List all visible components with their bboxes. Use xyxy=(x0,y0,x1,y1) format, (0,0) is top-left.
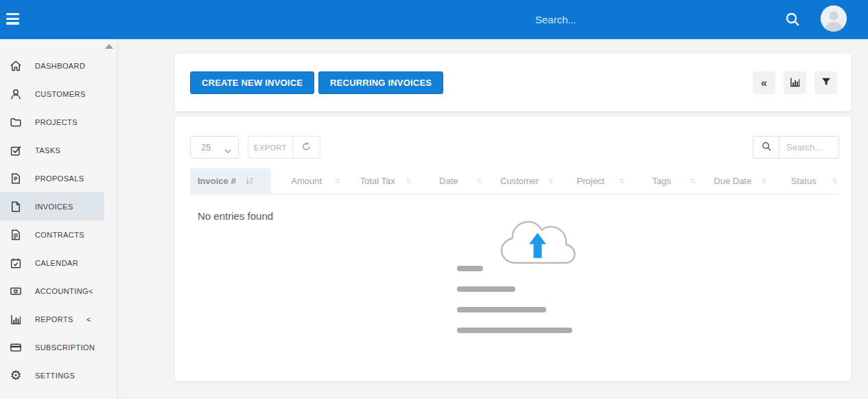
column-header-date[interactable]: Date⇅ xyxy=(413,168,484,194)
invoices-page: DASHBOARD CUSTOMERS PROJECTS TASKS P PRO… xyxy=(0,0,868,399)
column-header-due-date[interactable]: Due Date⇅ xyxy=(697,168,769,194)
calendar-icon xyxy=(10,257,22,269)
chevron-down-icon xyxy=(224,146,231,156)
column-label: Status xyxy=(791,176,817,186)
sidebar-item-projects[interactable]: PROJECTS xyxy=(0,108,104,136)
refresh-icon xyxy=(301,141,312,154)
column-header-amount[interactable]: Amount⇅ xyxy=(271,168,342,194)
sidebar-item-label: SUBSCRIPTION xyxy=(35,343,95,352)
home-icon xyxy=(10,60,22,72)
refresh-button[interactable] xyxy=(292,137,320,158)
column-label: Due Date xyxy=(714,176,751,186)
sort-icon: ⇅ xyxy=(619,177,624,185)
sort-icon: ⇅ xyxy=(690,177,696,185)
bar-chart-icon xyxy=(789,76,801,90)
sidebar-item-label: REPORTS xyxy=(35,315,73,323)
invoice-actions-card: CREATE NEW INVOICE RECURRING INVOICES « xyxy=(175,54,851,111)
sidebar-item-label: DASHBOARD xyxy=(35,62,85,70)
sidebar-item-contracts[interactable]: CONTRACTS xyxy=(0,220,104,249)
sidebar-item-settings[interactable]: ⚙ SETTINGS xyxy=(0,361,104,389)
filter-funnel-icon xyxy=(821,76,832,89)
submenu-chevron-icon: < xyxy=(89,287,93,295)
sidebar-item-reports[interactable]: REPORTS< xyxy=(0,305,104,333)
empty-state-illustration xyxy=(457,215,635,339)
sidebar-item-label: CUSTOMERS xyxy=(35,90,86,98)
sidebar-item-label: PROJECTS xyxy=(35,118,78,126)
sidebar-item-proposals[interactable]: P PROPOSALS xyxy=(0,164,104,192)
bar-chart-icon xyxy=(10,313,22,326)
skeleton-line xyxy=(457,266,483,271)
sidebar-item-label: PROPOSALS xyxy=(35,174,84,183)
sidebar-item-label: CALENDAR xyxy=(35,259,78,267)
sidebar-item-label: SETTINGS xyxy=(35,372,75,380)
column-label: Invoice # xyxy=(198,176,236,186)
sidebar-item-label: INVOICES xyxy=(35,203,73,211)
sidebar-item-dashboard[interactable]: DASHBOARD xyxy=(0,52,104,80)
sort-icon: ⇅ xyxy=(477,177,482,185)
column-label: Amount xyxy=(291,176,322,186)
export-button[interactable]: EXPORT xyxy=(248,137,292,158)
column-label: Tags xyxy=(653,176,671,186)
task-check-icon xyxy=(10,144,22,157)
global-search-input[interactable] xyxy=(535,10,762,29)
contract-file-icon xyxy=(10,229,22,241)
banknote-icon xyxy=(10,285,22,297)
sidebar-item-subscription[interactable]: SUBSCRIPTION xyxy=(0,333,104,361)
create-new-invoice-button[interactable]: CREATE NEW INVOICE xyxy=(190,71,314,94)
empty-table-message: No entries found xyxy=(198,210,273,222)
table-search-group xyxy=(753,136,839,159)
sidebar-item-label: TASKS xyxy=(35,146,60,155)
sidebar-item-label: CONTRACTS xyxy=(35,231,84,239)
column-header-customer[interactable]: Customer⇅ xyxy=(484,168,556,194)
page-size-value: 25 xyxy=(201,142,211,152)
sidebar-scroll-up-arrow[interactable] xyxy=(105,44,113,49)
sidebar-item-invoices[interactable]: INVOICES xyxy=(0,192,104,220)
sidebar-item-tasks[interactable]: TASKS xyxy=(0,136,104,164)
sidebar-item-label: ACCOUNTING xyxy=(35,287,89,295)
column-label: Total Tax xyxy=(360,176,395,186)
column-header-invoice[interactable]: Invoice # xyxy=(190,168,271,194)
user-icon xyxy=(10,88,22,100)
user-avatar[interactable] xyxy=(821,5,847,32)
search-icon xyxy=(784,19,801,30)
svg-text:P: P xyxy=(14,176,18,182)
invoice-file-icon xyxy=(10,201,22,213)
sort-icon: ⇅ xyxy=(761,177,766,185)
column-header-total-tax[interactable]: Total Tax⇅ xyxy=(342,168,414,194)
column-header-tags[interactable]: Tags⇅ xyxy=(626,168,698,194)
cloud-upload-icon xyxy=(495,215,580,270)
gear-icon: ⚙ xyxy=(10,369,22,382)
skeleton-line xyxy=(457,328,572,333)
invoices-table-card: 25 EXPORT xyxy=(175,117,851,381)
column-header-project[interactable]: Project⇅ xyxy=(555,168,626,194)
collapse-panel-button[interactable]: « xyxy=(753,71,775,94)
global-search-button[interactable] xyxy=(782,10,803,30)
credit-card-icon xyxy=(10,341,22,354)
sidebar-item-accounting[interactable]: ACCOUNTING< xyxy=(0,277,104,305)
page-size-select[interactable]: 25 xyxy=(190,136,239,159)
export-group: EXPORT xyxy=(248,136,320,159)
menu-toggle-icon[interactable] xyxy=(6,13,19,26)
sidebar-item-customers[interactable]: CUSTOMERS xyxy=(0,80,104,108)
double-chevron-left-icon: « xyxy=(761,78,767,89)
table-search-input[interactable] xyxy=(779,136,839,159)
invoices-report-button[interactable] xyxy=(784,71,806,94)
folder-icon xyxy=(10,116,22,128)
recurring-invoices-button[interactable]: RECURRING INVOICES xyxy=(318,71,443,94)
skeleton-line xyxy=(457,307,546,312)
sidebar-item-calendar[interactable]: CALENDAR xyxy=(0,249,104,277)
table-search-button[interactable] xyxy=(753,136,779,159)
sort-icon: ⇅ xyxy=(548,177,554,185)
sidebar: DASHBOARD CUSTOMERS PROJECTS TASKS P PRO… xyxy=(0,39,117,399)
filter-button[interactable] xyxy=(814,71,837,94)
column-label: Date xyxy=(439,176,458,186)
sort-icon: ⇅ xyxy=(406,177,412,185)
column-header-status[interactable]: Status⇅ xyxy=(769,168,840,194)
person-silhouette-icon xyxy=(821,22,847,32)
column-label: Project xyxy=(577,176,605,186)
sort-amount-icon xyxy=(245,176,254,185)
table-header-row: Invoice # Amount⇅ Total Tax⇅ Date⇅ Custo… xyxy=(190,168,839,194)
skeleton-line xyxy=(457,286,515,292)
sort-icon: ⇅ xyxy=(335,177,340,185)
sort-icon: ⇅ xyxy=(832,177,838,185)
